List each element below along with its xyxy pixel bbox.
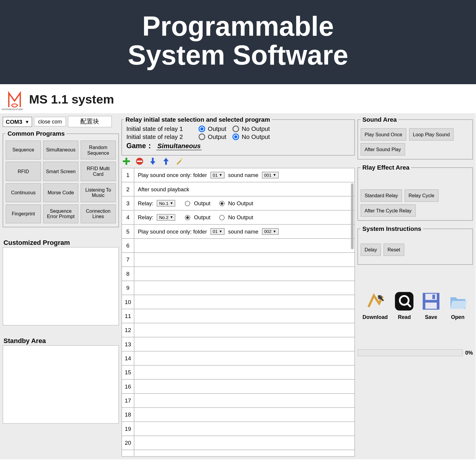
program-smart-screen[interactable]: Smart Screen — [43, 162, 78, 181]
wand-icon[interactable] — [175, 157, 183, 165]
svg-rect-10 — [432, 295, 435, 299]
open-button[interactable]: Open — [448, 291, 468, 320]
step-row[interactable] — [134, 422, 354, 436]
save-icon — [421, 291, 441, 311]
relay-num-select[interactable]: No.1 — [157, 200, 176, 206]
customized-program-box[interactable] — [3, 247, 119, 325]
step-row[interactable]: After sound playback — [134, 182, 354, 196]
row-number: 9 — [122, 281, 134, 295]
program-continuous[interactable]: Continuous — [6, 183, 41, 202]
step-row[interactable] — [134, 239, 354, 253]
step-row[interactable] — [134, 408, 354, 422]
relay1-nooutput-radio[interactable]: No Output — [232, 125, 270, 132]
step-row[interactable]: Play sound once only: folder01sound name… — [134, 168, 354, 182]
relay-after-the-cycle-relay[interactable]: After The Cycle Relay — [361, 204, 416, 217]
program-random-sequence[interactable]: Random Sequence — [81, 141, 116, 160]
download-button[interactable]: Download — [363, 291, 388, 320]
sys-delay[interactable]: Delay — [361, 244, 381, 256]
step-row[interactable] — [134, 323, 354, 337]
svg-rect-11 — [425, 303, 437, 309]
folder-select[interactable]: 01 — [211, 172, 225, 178]
app-title: MS 1.1 system — [29, 93, 114, 107]
program-fingerprint[interactable]: Fingerprint — [6, 204, 41, 223]
step-row[interactable]: Play sound once only: folder01sound name… — [134, 225, 354, 239]
nooutput-radio[interactable] — [219, 215, 225, 220]
program-rfid[interactable]: RFID — [6, 162, 41, 181]
relay2-output-radio[interactable]: Output — [198, 133, 226, 140]
read-icon — [394, 291, 414, 311]
program-morse-code[interactable]: Morse Code — [43, 183, 78, 202]
program-sequence-error-prompt[interactable]: Sequence Error Prompt — [43, 204, 78, 223]
relay-effect-legend: Rlay Effect Area — [361, 164, 411, 171]
app-logo-icon: MYSTERIOUS STUDIO — [4, 90, 25, 110]
step-row[interactable] — [134, 309, 354, 323]
step-text: Play sound once only: folder — [138, 228, 207, 235]
program-connection-lines[interactable]: Connection Lines — [81, 204, 116, 223]
row-number: 18 — [122, 408, 134, 422]
folder-select[interactable]: 01 — [211, 228, 225, 235]
relay2-nooutput-radio[interactable]: No Output — [232, 133, 270, 140]
read-button[interactable]: Read — [394, 291, 414, 320]
sys-reset[interactable]: Reset — [383, 244, 404, 256]
step-row[interactable] — [134, 281, 354, 295]
soundname-select[interactable]: 001 — [262, 172, 278, 178]
svg-rect-3 — [137, 161, 142, 162]
step-row[interactable] — [134, 366, 354, 380]
step-text: sound name — [228, 172, 259, 178]
relay-num-select[interactable]: No.2 — [157, 214, 176, 221]
step-row[interactable]: Relay:No.1OutputNo Output — [134, 197, 354, 211]
program-simultaneous[interactable]: Simultaneous — [43, 141, 78, 160]
step-text: Play sound once only: folder — [138, 172, 207, 178]
sound-after-sound-play[interactable]: After Sound Play — [361, 143, 405, 156]
banner-title: ProgrammableSystem Software — [0, 12, 476, 69]
com-port-select[interactable]: COM3 — [3, 117, 32, 127]
sound-area-legend: Sound Area — [361, 116, 398, 123]
config-block-button[interactable]: 配置块 — [68, 116, 112, 127]
scrollbar-icon[interactable] — [351, 183, 354, 249]
row-number: 10 — [122, 295, 134, 309]
program-rfid-multi-card[interactable]: RFID Multi Card — [81, 162, 116, 181]
step-row[interactable] — [134, 253, 354, 267]
nooutput-radio[interactable] — [219, 201, 225, 206]
system-instructions-legend: System Instructions — [361, 225, 423, 232]
step-toolbar — [121, 156, 355, 168]
move-down-icon[interactable] — [149, 157, 157, 165]
move-up-icon[interactable] — [162, 157, 170, 165]
step-row[interactable] — [134, 267, 354, 281]
sound-play-sound-once[interactable]: Play Sound Once — [361, 128, 406, 140]
output-radio[interactable] — [185, 215, 190, 220]
soundname-select[interactable]: 002 — [262, 228, 278, 235]
system-instructions-panel: System Instructions DelayReset — [358, 225, 473, 265]
row-number: 7 — [122, 253, 134, 267]
save-button[interactable]: Save — [421, 291, 441, 320]
program-listening-to-music[interactable]: Listening To Music — [81, 183, 116, 202]
open-icon — [448, 291, 468, 311]
relay1-output-radio[interactable]: Output — [198, 125, 226, 132]
add-icon[interactable] — [122, 157, 130, 165]
close-com-button[interactable]: close com — [34, 117, 66, 127]
step-list: 1234567891011121314151617181920 Play sou… — [121, 168, 355, 457]
banner: ProgrammableSystem Software — [0, 0, 476, 84]
step-row[interactable] — [134, 337, 354, 351]
step-row[interactable] — [134, 380, 354, 394]
row-number: 19 — [122, 422, 134, 436]
game-label: Game： — [126, 142, 153, 151]
progress-percent: 0% — [465, 350, 473, 356]
relay-relay-cycle[interactable]: Relay Cycle — [405, 190, 438, 202]
output-radio[interactable] — [185, 201, 190, 206]
game-value: Simultaneous — [156, 142, 201, 150]
step-text: No Output — [228, 214, 253, 221]
step-text: No Output — [228, 200, 253, 206]
program-sequence[interactable]: Sequence — [6, 141, 41, 160]
step-row[interactable] — [134, 394, 354, 408]
step-row[interactable] — [134, 352, 354, 366]
step-row[interactable] — [134, 295, 354, 309]
step-row[interactable] — [134, 436, 354, 450]
relay-standard-relay[interactable]: Standard Relay — [361, 190, 402, 202]
sound-loop-play-sound[interactable]: Loop Play Sound — [409, 128, 454, 140]
step-text: sound name — [228, 228, 259, 235]
row-number: 5 — [122, 225, 134, 239]
step-row[interactable]: Relay:No.2OutputNo Output — [134, 211, 354, 225]
remove-icon[interactable] — [136, 157, 144, 165]
standby-area-box[interactable] — [3, 345, 119, 424]
